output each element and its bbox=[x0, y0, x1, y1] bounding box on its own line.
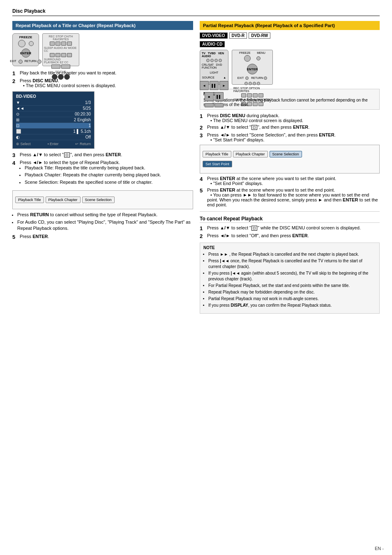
cancel-section-title: To cancel Repeat Playback bbox=[200, 216, 380, 223]
right-step-5: 5 Press ENTER at the scene where you wan… bbox=[200, 187, 380, 207]
format-audio-cd: AUDIO CD bbox=[200, 41, 225, 47]
cancel-step-1: 1 Press ▲/▼ to select "⊡" while the DISC… bbox=[200, 225, 380, 231]
right-step-3: 3 Press ◄/► to select "Scene Selection",… bbox=[200, 132, 380, 142]
cancel-step-2: 2 Press ◄/► to select "Off", and then pr… bbox=[200, 233, 380, 239]
right-section-header: Partial Repeat Playback (Repeat Playback… bbox=[200, 21, 380, 30]
left-column: Repeat Playback of a Title or Chapter (R… bbox=[12, 21, 193, 317]
left-step-3: 3 Press ▲/▼ to select "⊡", and then pres… bbox=[12, 152, 193, 158]
note-box-bottom: NOTE Press ►► , the Repeat Playback is c… bbox=[200, 243, 380, 314]
remote-images-right: TV TVBD VEN AUDIO CRL/SAT DVD FUNCTION L… bbox=[200, 50, 380, 85]
format-dvd-video: DVD-VIDEO bbox=[200, 32, 228, 39]
right-step-2: 2 Press ▲/▼ to select "⊡", and then pres… bbox=[200, 125, 380, 131]
option-right-scene-selection[interactable]: Scene Selection bbox=[270, 151, 302, 157]
remote-right-2: FREEZE MENU ENTER EXIT RETURN bbox=[232, 50, 273, 85]
screen-mockup-left: BD-VIDEO ▼1/3 ◄◄5/25 ⊙00:20:30 ⊞2 Englis… bbox=[12, 91, 95, 149]
page-title: Disc Playback bbox=[12, 8, 380, 16]
left-step-1: 1 Play back the title or chapter you wan… bbox=[12, 70, 193, 76]
format-tags: DVD-VIDEO DVD-R DVD-RW bbox=[200, 32, 380, 39]
page-number: EN - bbox=[375, 546, 384, 551]
note-box-top: NOTE Some operations in the following pl… bbox=[200, 89, 380, 110]
format-tags-2: AUDIO CD bbox=[200, 41, 380, 47]
option-playback-chapter[interactable]: Playback Chapter bbox=[46, 197, 81, 203]
left-step-4: 4 Press ◄/► to select the type of Repeat… bbox=[12, 160, 193, 188]
right-column: Partial Repeat Playback (Repeat Playback… bbox=[200, 21, 380, 317]
left-section-header: Repeat Playback of a Title or Chapter (R… bbox=[12, 21, 193, 30]
remote-left-2: REC STOP CH/TH FAVORITES SLEEP AUDIO AV … bbox=[42, 33, 79, 66]
main-layout: Repeat Playback of a Title or Chapter (R… bbox=[12, 21, 380, 317]
divider bbox=[200, 211, 380, 212]
format-dvd-rw: DVD-RW bbox=[249, 32, 270, 39]
right-step-1: 1 Press DISC MENU during playback. • The… bbox=[200, 113, 380, 123]
left-step-2: 2 Press DISC MENU. • The DISC MENU contr… bbox=[12, 78, 193, 88]
format-dvd-r: DVD-R bbox=[229, 32, 247, 39]
remote-images-left: FREEZE ENTER EXIT RETURN REC STOP CH/T bbox=[12, 33, 193, 66]
option-right-set-start[interactable]: Set Start Point bbox=[203, 161, 232, 167]
remote-left-1: FREEZE ENTER EXIT RETURN bbox=[12, 33, 39, 66]
options-bar-left: Playback Title Playback Chapter Scene Se… bbox=[12, 190, 193, 209]
options-bar-right: Playback Title Playback Chapter Scene Se… bbox=[200, 145, 380, 173]
left-step-5: 5 Press ENTER. bbox=[12, 234, 193, 240]
option-playback-title[interactable]: Playback Title bbox=[15, 197, 44, 203]
bottom-note-list: Press ►► , the Repeat Playback is cancel… bbox=[208, 252, 376, 308]
remote-right-1: TV TVBD VEN AUDIO CRL/SAT DVD FUNCTION L… bbox=[200, 50, 228, 85]
option-right-playback-chapter[interactable]: Playback Chapter bbox=[233, 151, 268, 157]
right-step-4: 4 Press ENTER at the scene where you wan… bbox=[200, 176, 380, 186]
extra-bullets-left: Press RETURN to cancel without setting t… bbox=[17, 212, 193, 231]
option-right-playback-title[interactable]: Playback Title bbox=[203, 151, 231, 157]
option-scene-selection[interactable]: Scene Selection bbox=[82, 197, 115, 203]
